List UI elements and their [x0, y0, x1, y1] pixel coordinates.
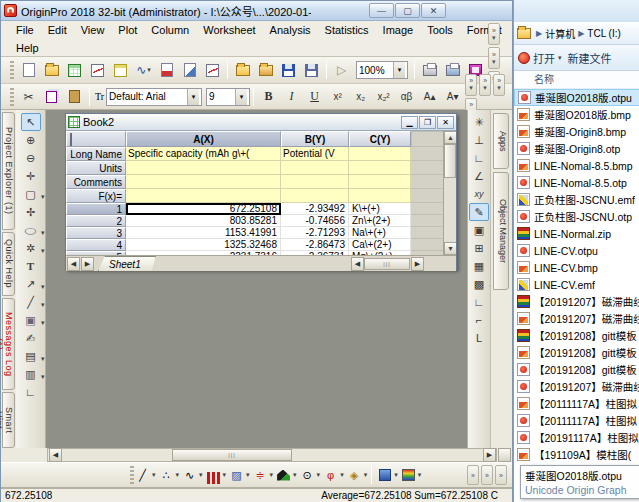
- worksheet-horizontal-scrollbar[interactable]: ◀ ||| ▶: [350, 257, 442, 270]
- screen-reader-tool[interactable]: ✢: [21, 203, 41, 221]
- 3d-plot-button[interactable]: ▾: [376, 467, 398, 484]
- row-header[interactable]: 3: [66, 227, 126, 239]
- save-project-button[interactable]: [278, 60, 299, 80]
- scroll-down-icon[interactable]: ▼: [444, 242, 456, 255]
- scrollbar-thumb[interactable]: |||: [364, 258, 410, 270]
- import-wizard-button[interactable]: [179, 60, 200, 80]
- tab-quick-help[interactable]: Quick Help: [2, 232, 15, 296]
- cell-c5[interactable]: Mg\+(2+): [349, 251, 411, 255]
- scroll-right-icon[interactable]: ▶: [483, 448, 496, 462]
- greek-button[interactable]: αβ: [396, 87, 417, 107]
- cell-b3[interactable]: -2.71293: [281, 227, 349, 239]
- left-axis-tool[interactable]: L: [469, 329, 489, 347]
- merge-graph-tool[interactable]: ▩▾: [469, 275, 489, 293]
- list-item[interactable]: 【20111117A】柱图拟: [514, 395, 639, 412]
- list-item[interactable]: LINE-Normal.zip: [514, 225, 639, 242]
- box-plot-button[interactable]: ≑▾: [252, 467, 274, 484]
- toolbar-overflow-button[interactable]: »▾: [488, 23, 500, 45]
- subsuperscript-button[interactable]: x₂²: [373, 87, 394, 107]
- list-item[interactable]: 【20111117A】柱图拟: [514, 412, 639, 429]
- tab-apps[interactable]: Apps: [493, 113, 509, 169]
- tab-smart-hint[interactable]: Smart Hint: [2, 392, 15, 448]
- text-tool[interactable]: T: [21, 257, 41, 275]
- bottom-axis-tool[interactable]: ∟: [469, 293, 489, 311]
- cell-a5[interactable]: 2231.7316: [126, 251, 281, 255]
- axis-scale-tool[interactable]: ⊥: [469, 131, 489, 149]
- font-size-combobox[interactable]: 9 ▾: [206, 88, 250, 106]
- scroll-up-icon[interactable]: ▲: [444, 131, 456, 144]
- menu-help[interactable]: Help: [9, 40, 46, 56]
- toolbar-overflow-button[interactable]: »: [495, 465, 507, 485]
- new-workbook-button[interactable]: [64, 60, 85, 80]
- comments-a[interactable]: [126, 175, 281, 189]
- title-bar[interactable]: OriginPro 2018 32-bit (Administrator) - …: [1, 1, 512, 21]
- cell-c2[interactable]: Zn\+(2+): [349, 215, 411, 227]
- axis-angle-tool[interactable]: ∠: [469, 167, 489, 185]
- list-item[interactable]: 【20191208】gitt模板: [514, 361, 639, 378]
- toolbar-overflow-button[interactable]: »: [481, 465, 493, 485]
- menu-analysis[interactable]: Analysis: [263, 22, 318, 38]
- cell-b5[interactable]: -2.36731: [281, 251, 349, 255]
- zoom-out-tool[interactable]: ⊖: [21, 149, 41, 167]
- row-header[interactable]: 5: [66, 251, 126, 255]
- area-plot-button[interactable]: ▾: [275, 467, 297, 484]
- list-item[interactable]: LINE-CV.emf: [514, 276, 639, 293]
- xy-scale-tool[interactable]: xy: [469, 185, 489, 203]
- template-plot-button[interactable]: ▨▾: [228, 467, 250, 484]
- list-item[interactable]: 【20191207】磁滞曲线: [514, 293, 639, 310]
- toolbar-overflow-button[interactable]: »: [467, 465, 479, 485]
- tab-sheet1[interactable]: Sheet1: [98, 256, 156, 271]
- corner-header[interactable]: [66, 131, 126, 147]
- toolbar-grip[interactable]: [10, 61, 14, 79]
- hand-tool[interactable]: ✍: [21, 329, 41, 347]
- line-symbol-plot-button[interactable]: ∿▾: [181, 467, 203, 484]
- units-c[interactable]: [349, 161, 411, 175]
- open-button[interactable]: [232, 60, 253, 80]
- arrow-tool[interactable]: ↗▾: [21, 275, 41, 293]
- maximize-button[interactable]: ▢: [395, 3, 420, 18]
- menu-statistics[interactable]: Statistics: [318, 22, 376, 38]
- units-a[interactable]: [126, 161, 281, 175]
- long-name-b[interactable]: Potential (V: [281, 147, 349, 161]
- special-plot-button[interactable]: ◈▾: [346, 467, 368, 484]
- menu-tools[interactable]: Tools: [420, 22, 460, 38]
- cell-c4[interactable]: Ca\+(2+): [349, 239, 411, 251]
- top-axis-tool[interactable]: ⌐: [469, 311, 489, 329]
- cell-b1[interactable]: -2.93492: [281, 203, 349, 215]
- row-label[interactable]: F(x)=: [66, 189, 126, 203]
- superscript-button[interactable]: x²: [327, 87, 348, 107]
- open-button[interactable]: 打开: [533, 50, 555, 66]
- new-folder-button[interactable]: 新建文件: [568, 50, 612, 66]
- cell-b2[interactable]: -0.74656: [281, 215, 349, 227]
- list-item[interactable]: LINE-Nomal-8.5.otp: [514, 174, 639, 191]
- book-restore-button[interactable]: ❐: [419, 116, 436, 129]
- open-template-button[interactable]: [255, 60, 276, 80]
- list-item[interactable]: 垂涎图-Origin8.bmp: [514, 123, 639, 140]
- list-item[interactable]: 【20191208】gitt模板: [514, 327, 639, 344]
- row-header[interactable]: 4: [66, 239, 126, 251]
- cell-a3[interactable]: 1153.41991: [126, 227, 281, 239]
- long-name-a[interactable]: Specific capacity (mAh g\+(: [126, 147, 281, 161]
- annotation-tool[interactable]: ✲▾: [21, 239, 41, 257]
- row-label[interactable]: Comments: [66, 175, 126, 189]
- digitizer-tool[interactable]: ✎: [469, 203, 489, 221]
- new-project-button[interactable]: [18, 60, 39, 80]
- paste-button[interactable]: [64, 87, 85, 107]
- italic-button[interactable]: I: [281, 87, 302, 107]
- zoom-in-tool[interactable]: ⊕: [21, 131, 41, 149]
- column-header-a[interactable]: A(X): [126, 131, 281, 147]
- row-label[interactable]: Long Name: [66, 147, 126, 161]
- sheet-prev-icon[interactable]: ◀: [67, 257, 80, 271]
- scroll-left-icon[interactable]: ◀: [351, 257, 364, 271]
- row-label[interactable]: Units: [66, 161, 126, 175]
- breadcrumb-computer[interactable]: 计算机: [545, 26, 575, 41]
- copy-button[interactable]: [41, 87, 62, 107]
- menu-plot[interactable]: Plot: [111, 22, 144, 38]
- tab-messages-log[interactable]: Messages Log (1): [2, 298, 15, 390]
- underline-button[interactable]: U: [304, 87, 325, 107]
- column-plot-button[interactable]: ▾: [205, 467, 227, 484]
- fx-c[interactable]: [349, 189, 411, 203]
- menu-column[interactable]: Column: [144, 22, 196, 38]
- subscript-button[interactable]: x₂: [350, 87, 371, 107]
- list-item[interactable]: LINE-Nomal-8.5.bmp: [514, 157, 639, 174]
